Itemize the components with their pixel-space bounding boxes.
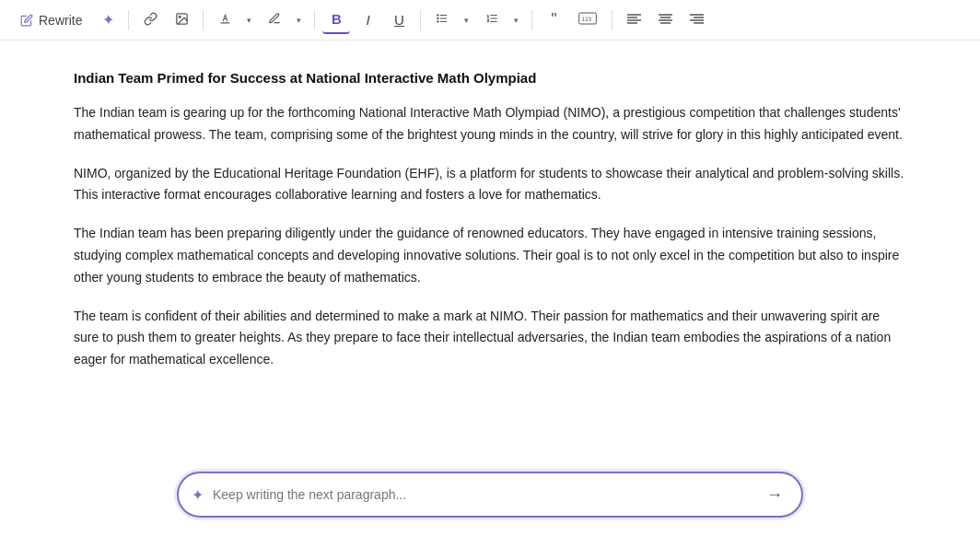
image-icon [175,12,189,29]
font-color-dropdown-icon: ▾ [247,16,251,25]
italic-icon: I [366,12,369,28]
highlight-dropdown-icon: ▾ [297,16,301,25]
underline-icon: U [394,12,404,28]
svg-point-7 [438,21,438,22]
bold-icon: B [332,11,342,27]
bullet-list-button[interactable] [428,6,456,34]
bullet-list-icon [436,12,449,28]
article-title: Indian Team Primed for Success at Nation… [74,68,906,87]
bullet-list-group: ▾ [428,6,474,34]
bullet-list-arrow-button[interactable]: ▾ [458,6,474,34]
send-arrow-icon: → [766,485,783,505]
numbered-list-button[interactable] [478,6,506,34]
word-count-button[interactable]: 123 [571,6,604,34]
align-right-button[interactable] [682,6,710,34]
align-right-icon [690,12,704,28]
quote-icon: " [551,10,556,29]
font-color-group: ▾ [211,6,257,34]
ai-text-input[interactable] [213,487,761,502]
ai-input-bar: ✦ → [0,462,980,536]
toolbar: Rewrite ✦ [0,0,980,41]
word-count-icon: 123 [578,12,597,28]
article-paragraph-3: The Indian team has been preparing dilig… [74,223,906,288]
numbered-list-icon [485,12,498,28]
font-color-arrow-button[interactable]: ▾ [240,6,257,34]
article-paragraph-4: The team is confident of their abilities… [74,306,906,371]
divider-1 [128,10,129,30]
numbered-dropdown-icon: ▾ [514,16,519,25]
ai-send-button[interactable]: → [761,481,788,508]
divider-3 [314,10,315,30]
numbered-list-group: ▾ [478,6,524,34]
divider-2 [203,10,204,30]
font-color-icon [219,12,231,28]
divider-6 [612,10,612,30]
italic-button[interactable]: I [354,6,381,34]
highlight-arrow-button[interactable]: ▾ [290,6,307,34]
numbered-list-arrow-button[interactable]: ▾ [508,6,524,34]
link-button[interactable] [136,6,164,34]
align-center-button[interactable] [651,6,679,34]
link-icon [144,12,158,29]
highlight-icon [268,12,281,28]
highlight-button[interactable] [261,6,288,34]
divider-5 [531,10,532,30]
bullet-dropdown-icon: ▾ [464,16,469,25]
svg-point-5 [438,15,438,16]
bold-button[interactable]: B [322,6,350,34]
sparkle-icon: ✦ [102,11,114,29]
highlight-group: ▾ [261,6,307,34]
rewrite-label: Rewrite [39,13,82,28]
ai-enhance-button[interactable]: ✦ [95,7,121,33]
svg-point-6 [438,17,438,18]
article-paragraph-1: The Indian team is gearing up for the fo… [74,102,906,146]
align-left-button[interactable] [620,6,648,34]
svg-text:123: 123 [582,16,592,22]
underline-button[interactable]: U [385,6,413,34]
ai-sparkle-icon: ✦ [192,486,204,504]
quote-button[interactable]: " [540,6,567,34]
font-color-button[interactable] [211,6,239,34]
article-paragraph-2: NIMO, organized by the Educational Herit… [74,163,906,207]
image-button[interactable] [168,6,195,34]
ai-input-container: ✦ → [177,472,803,518]
svg-point-1 [179,16,181,17]
divider-4 [420,10,421,30]
align-left-icon [627,12,641,28]
content-area[interactable]: Indian Team Primed for Success at Nation… [0,41,980,462]
rewrite-icon [20,14,33,27]
align-center-icon [659,12,672,28]
rewrite-button[interactable]: Rewrite [11,6,91,34]
